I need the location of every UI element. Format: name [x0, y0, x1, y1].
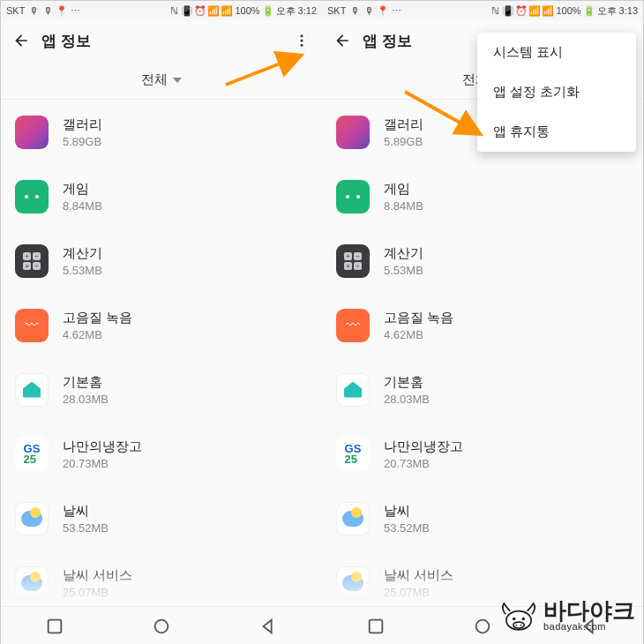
nfc-icon: ℕ	[490, 5, 500, 16]
app-name: 게임	[384, 180, 423, 198]
app-row[interactable]: 갤러리5.89GB	[1, 100, 322, 164]
app-size: 5.53MB	[63, 264, 102, 277]
overflow-dots: ⋯	[392, 5, 401, 17]
app-row[interactable]: 날씨53.52MB	[322, 486, 643, 550]
app-name: 기본홈	[63, 373, 109, 391]
app-name: 날씨 서비스	[63, 566, 132, 584]
nfc-icon: ℕ	[168, 5, 179, 16]
app-size: 8.84MB	[384, 199, 423, 213]
app-row[interactable]: 기본홈28.03MB	[1, 357, 322, 422]
app-row[interactable]: 날씨53.52MB	[1, 486, 322, 550]
voice-icon-2: 🎙	[363, 5, 374, 16]
svg-point-10	[506, 611, 531, 630]
svg-point-4	[155, 619, 168, 633]
nav-home-button[interactable]	[473, 617, 492, 636]
annotation-arrow-2	[401, 88, 486, 141]
menu-item-app-trash[interactable]: 앱 휴지통	[477, 112, 636, 152]
menu-item-system-show[interactable]: 시스템 표시	[477, 33, 636, 72]
app-name: 계산기	[63, 244, 102, 262]
svg-point-0	[301, 34, 303, 37]
carrier-label: SKT	[327, 5, 346, 16]
back-button[interactable]	[10, 29, 33, 52]
app-size: 53.52MB	[384, 521, 430, 535]
more-button[interactable]	[290, 29, 313, 52]
svg-rect-8	[369, 619, 382, 633]
voice-icon-2: 🎙	[42, 5, 53, 16]
svg-rect-3	[48, 619, 61, 633]
screen-left: SKT 🎙 🎙 📍 ⋯ ℕ 📳 ⏰ 📶 📶 100% 🔋 오후 3:12	[1, 1, 322, 644]
app-name: 나만의냉장고	[63, 438, 142, 455]
app-name: 날씨	[384, 502, 430, 520]
svg-point-12	[522, 618, 526, 621]
location-icon: 📍	[56, 5, 67, 16]
app-row[interactable]: 게임8.84MB	[322, 164, 643, 228]
app-row[interactable]: 기본홈28.03MB	[322, 357, 643, 422]
app-row[interactable]: GS25나만의냉장고20.73MB	[1, 422, 322, 486]
watermark-sub: badayak.com	[543, 621, 606, 632]
app-list[interactable]: 갤러리5.89GB게임8.84MB+−×÷계산기5.53MB〰고음질 녹음4.6…	[322, 100, 643, 606]
app-row[interactable]: 〰고음질 녹음4.62MB	[322, 293, 643, 357]
carrier-label: SKT	[6, 5, 25, 16]
svg-point-9	[476, 619, 490, 633]
status-bar: SKT 🎙 🎙 📍 ⋯ ℕ 📳 ⏰ 📶 📶 100% 🔋 오후 3:12	[1, 1, 322, 20]
nav-recent-button[interactable]	[45, 617, 64, 636]
app-row[interactable]: +−×÷계산기5.53MB	[1, 228, 322, 293]
vibrate-icon: 📳	[503, 5, 513, 16]
svg-point-14	[515, 625, 517, 626]
annotation-arrow-1	[222, 51, 307, 90]
nav-home-button[interactable]	[152, 617, 171, 636]
battery-icon: 🔋	[584, 5, 595, 16]
vibrate-icon: 📳	[182, 5, 192, 16]
signal-icon: 📶	[221, 5, 232, 16]
nav-back-button[interactable]	[258, 617, 278, 636]
app-list[interactable]: 갤러리5.89GB게임8.84MB+−×÷계산기5.53MB〰고음질 녹음4.6…	[1, 100, 322, 606]
app-name: 날씨 서비스	[384, 566, 453, 584]
signal-icon: 📶	[543, 5, 553, 16]
overflow-menu: 시스템 표시 앱 설정 초기화 앱 휴지통	[477, 33, 636, 152]
app-name: 날씨	[63, 502, 109, 520]
watermark-title: 바다야크	[543, 601, 635, 621]
filter-label: 전체	[141, 71, 168, 88]
app-row[interactable]: +−×÷계산기5.53MB	[322, 228, 643, 293]
battery-icon: 🔋	[263, 5, 273, 16]
cow-icon	[499, 600, 538, 632]
app-row[interactable]: 날씨 서비스25.07MB	[1, 550, 322, 606]
alarm-icon: ⏰	[195, 5, 206, 16]
app-size: 5.53MB	[384, 264, 423, 277]
menu-item-reset-prefs[interactable]: 앱 설정 초기화	[477, 72, 636, 112]
page-title: 앱 정보	[41, 31, 290, 51]
svg-point-2	[301, 44, 303, 47]
watermark: 바다야크 badayak.com	[499, 600, 635, 632]
voice-icon: 🎙	[349, 5, 360, 16]
overflow-dots: ⋯	[71, 5, 80, 17]
time-label: 오후 3:13	[597, 4, 638, 18]
app-row[interactable]: 게임8.84MB	[1, 164, 322, 228]
app-name: 기본홈	[384, 373, 430, 391]
voice-icon: 🎙	[28, 5, 39, 16]
app-name: 게임	[63, 180, 102, 198]
app-name: 나만의냉장고	[384, 438, 463, 455]
app-row[interactable]: 〰고음질 녹음4.62MB	[1, 293, 322, 357]
app-size: 28.03MB	[384, 393, 430, 406]
time-label: 오후 3:12	[276, 4, 317, 18]
nav-bar	[1, 606, 322, 644]
app-size: 25.07MB	[384, 586, 453, 599]
wifi-icon: 📶	[208, 5, 219, 16]
app-size: 20.73MB	[384, 457, 463, 470]
svg-point-1	[301, 40, 303, 42]
app-size: 4.62MB	[63, 328, 132, 341]
svg-point-11	[513, 618, 516, 621]
battery-label: 100%	[556, 5, 580, 16]
app-name: 고음질 녹음	[63, 309, 132, 326]
app-row[interactable]: GS25나만의냉장고20.73MB	[322, 422, 643, 486]
app-size: 28.03MB	[63, 393, 109, 406]
chevron-down-icon	[173, 78, 182, 83]
battery-label: 100%	[235, 5, 259, 16]
nav-recent-button[interactable]	[366, 617, 386, 636]
back-button[interactable]	[331, 29, 354, 52]
app-name: 계산기	[384, 244, 423, 262]
status-bar: SKT 🎙 🎙 📍 ⋯ ℕ 📳 ⏰ 📶 📶 100% 🔋 오후 3:13	[322, 1, 643, 20]
svg-point-15	[520, 625, 522, 626]
location-icon: 📍	[378, 5, 388, 16]
app-size: 25.07MB	[63, 586, 132, 599]
